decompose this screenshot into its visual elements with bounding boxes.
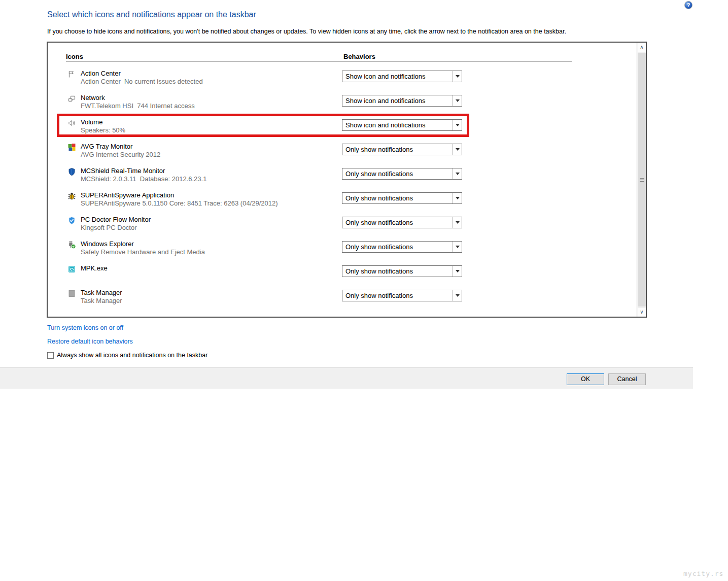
task-manager-icon [67,289,76,298]
list-item-volume: Volume Speakers: 50% Show icon and notif… [48,116,636,141]
avg-icon [67,143,76,152]
column-header-behaviors: Behaviors [343,53,375,60]
watermark: mycity.rs [683,570,723,577]
item-description: Task Manager [81,297,122,304]
shield-icon [67,167,76,176]
always-show-checkbox[interactable] [47,352,54,359]
item-description: Kingsoft PC Doctor [81,224,137,231]
page-description: If you choose to hide icons and notifica… [47,28,566,35]
behavior-select-mpk[interactable]: Only show notifications [342,265,462,277]
list-item-mcshield: MCShield Real-Time Monitor MCShield: 2.0… [48,165,636,189]
behavior-select-mcshield[interactable]: Only show notifications [342,168,462,180]
behavior-select-windows-explorer[interactable]: Only show notifications [342,241,462,253]
chevron-down-icon[interactable] [453,71,462,82]
item-name: MCShield Real-Time Monitor [81,167,165,175]
list-item-network: Network FWT.Telekom HSI 744 Internet acc… [48,92,636,116]
column-header-icons: Icons [66,53,83,60]
list-item-superantispyware: SUPERAntiSpyware Application SUPERAntiSp… [48,189,636,214]
always-show-checkbox-label: Always show all icons and notifications … [57,352,207,359]
item-description: SUPERAntiSpyware 5.0.1150 Core: 8451 Tra… [81,199,278,207]
ok-button[interactable]: OK [567,373,604,385]
behavior-select-avg[interactable]: Only show notifications [342,144,462,155]
network-icon [67,94,76,103]
chevron-down-icon[interactable] [453,266,462,277]
behavior-select-pc-doctor[interactable]: Only show notifications [342,217,462,228]
behavior-select-task-manager[interactable]: Only show notifications [342,290,462,301]
chevron-down-icon[interactable] [453,217,462,228]
item-name: MPK.exe [81,264,108,272]
scrollbar-grip-icon [640,178,644,182]
list-item-pc-doctor: PC Doctor Flow Monitor Kingsoft PC Docto… [48,214,636,238]
usb-eject-icon [67,241,76,249]
item-description: Speakers: 50% [81,126,125,134]
bug-icon [67,192,76,200]
flag-icon [67,70,76,79]
item-description: Action Center No current issues detected [81,78,203,85]
vertical-scrollbar[interactable]: ∧ ∨ [637,43,646,317]
link-turn-system-icons[interactable]: Turn system icons on or off [47,324,123,331]
item-description: AVG Internet Security 2012 [81,151,160,158]
scrollbar-thumb[interactable] [638,53,646,306]
page-title: Select which icons and notifications app… [47,10,256,19]
column-header-divider [66,61,572,62]
chevron-down-icon[interactable] [453,193,462,203]
chevron-down-icon[interactable] [453,120,462,130]
list-item-action-center: Action Center Action Center No current i… [48,67,636,92]
speaker-icon [67,119,76,127]
item-name: Task Manager [81,289,122,296]
icon-list: Action Center Action Center No current i… [48,67,636,311]
shield-check-icon [67,216,76,225]
behavior-select-network[interactable]: Show icon and notifications [342,95,462,107]
chevron-down-icon[interactable] [453,290,462,301]
scroll-up-icon[interactable]: ∧ [638,43,646,52]
dialog-footer-bar: OK Cancel [0,367,693,389]
always-show-checkbox-row: Always show all icons and notifications … [47,352,207,359]
list-item-windows-explorer: Windows Explorer Safely Remove Hardware … [48,238,636,262]
behavior-select-superantispyware[interactable]: Only show notifications [342,192,462,204]
item-name: Volume [81,118,102,126]
item-description: FWT.Telekom HSI 744 Internet access [81,102,195,110]
item-name: Network [81,94,105,101]
chevron-down-icon[interactable] [453,168,462,179]
chevron-down-icon[interactable] [453,144,462,155]
list-item-mpk: MPK.exe Only show notifications [48,262,636,287]
list-item-avg-tray-monitor: AVG Tray Monitor AVG Internet Security 2… [48,141,636,165]
item-name: PC Doctor Flow Monitor [81,216,151,223]
notification-icons-list-panel: Icons Behaviors Action Center Action Cen… [47,42,647,318]
item-name: AVG Tray Monitor [81,143,132,150]
mpk-icon [67,265,76,274]
item-name: Action Center [81,70,121,77]
behavior-select-volume[interactable]: Show icon and notifications [342,119,462,131]
chevron-down-icon[interactable] [453,95,462,106]
help-icon[interactable]: ? [684,1,692,9]
item-name: Windows Explorer [81,240,134,248]
link-restore-defaults[interactable]: Restore default icon behaviors [47,338,133,345]
chevron-down-icon[interactable] [453,242,462,252]
list-item-task-manager: Task Manager Task Manager Only show noti… [48,287,636,311]
cancel-button[interactable]: Cancel [608,373,646,385]
item-description: MCShield: 2.0.3.11 Database: 2012.6.23.1 [81,175,206,183]
item-description: Safely Remove Hardware and Eject Media [81,248,205,256]
scroll-down-icon[interactable]: ∨ [638,307,646,317]
item-name: SUPERAntiSpyware Application [81,191,174,199]
behavior-select-action-center[interactable]: Show icon and notifications [342,71,462,82]
